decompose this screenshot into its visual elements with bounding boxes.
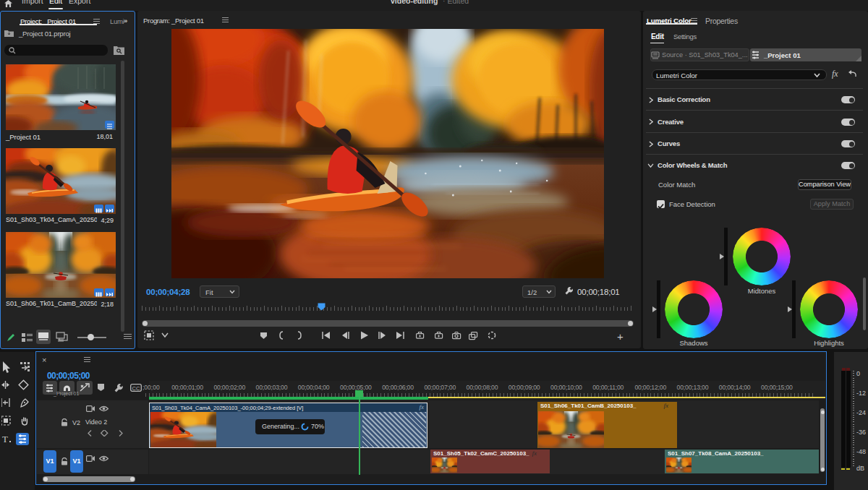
svg-text:CC: CC — [132, 385, 140, 392]
svg-text:T: T — [2, 434, 8, 444]
